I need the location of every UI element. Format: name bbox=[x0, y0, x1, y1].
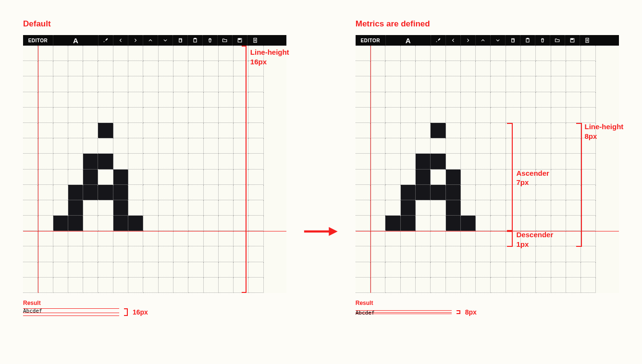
grid-cell[interactable] bbox=[461, 170, 476, 185]
grid-cell[interactable] bbox=[521, 76, 536, 92]
grid-cell[interactable] bbox=[446, 231, 461, 246]
grid-cell[interactable] bbox=[446, 278, 461, 293]
grid-cell[interactable] bbox=[159, 231, 173, 246]
grid-cell[interactable] bbox=[416, 216, 431, 231]
grid-cell[interactable] bbox=[461, 61, 476, 76]
grid-cell[interactable] bbox=[113, 123, 128, 138]
grid-cell[interactable] bbox=[401, 200, 416, 216]
grid-cell[interactable] bbox=[356, 138, 370, 154]
grid-cell[interactable] bbox=[98, 216, 113, 231]
grid-cell[interactable] bbox=[98, 185, 113, 200]
grid-cell[interactable] bbox=[476, 185, 491, 200]
grid-cell[interactable] bbox=[416, 278, 431, 293]
grid-cell[interactable] bbox=[566, 246, 581, 262]
grid-cell[interactable] bbox=[159, 216, 173, 231]
grid-cell[interactable] bbox=[173, 246, 188, 262]
grid-cell[interactable] bbox=[219, 278, 234, 293]
chevron-up-icon[interactable] bbox=[143, 35, 158, 46]
grid-cell[interactable] bbox=[98, 246, 113, 262]
grid-cell[interactable] bbox=[23, 92, 38, 108]
grid-cell[interactable] bbox=[446, 61, 461, 76]
grid-cell[interactable] bbox=[356, 123, 370, 138]
grid-cell[interactable] bbox=[128, 246, 143, 262]
grid-cell[interactable] bbox=[159, 185, 173, 200]
grid-cell[interactable] bbox=[385, 123, 400, 138]
grid-cell[interactable] bbox=[521, 123, 536, 138]
grid-cell[interactable] bbox=[143, 108, 158, 123]
grid-cell[interactable] bbox=[356, 108, 370, 123]
grid-cell[interactable] bbox=[370, 200, 385, 216]
wrench-icon[interactable] bbox=[431, 35, 446, 46]
grid-cell[interactable] bbox=[68, 108, 83, 123]
paste-icon[interactable] bbox=[188, 35, 203, 46]
grid-cell[interactable] bbox=[248, 76, 263, 92]
grid-cell[interactable] bbox=[551, 61, 566, 76]
grid-cell[interactable] bbox=[38, 46, 53, 61]
grid-cell[interactable] bbox=[113, 246, 128, 262]
grid-cell[interactable] bbox=[581, 92, 596, 108]
grid-cell[interactable] bbox=[128, 46, 143, 61]
grid-cell[interactable] bbox=[53, 108, 68, 123]
grid-cell[interactable] bbox=[476, 262, 491, 278]
grid-cell[interactable] bbox=[446, 154, 461, 169]
grid-cell[interactable] bbox=[219, 262, 234, 278]
grid-cell[interactable] bbox=[143, 138, 158, 154]
grid-cell[interactable] bbox=[128, 92, 143, 108]
grid-cell[interactable] bbox=[159, 170, 173, 185]
grid-cell[interactable] bbox=[83, 46, 98, 61]
grid-cell[interactable] bbox=[83, 278, 98, 293]
grid-cell[interactable] bbox=[143, 46, 158, 61]
grid-cell[interactable] bbox=[173, 92, 188, 108]
grid-cell[interactable] bbox=[566, 262, 581, 278]
grid-cell[interactable] bbox=[581, 185, 596, 200]
chevron-left-icon[interactable] bbox=[113, 35, 128, 46]
grid-cell[interactable] bbox=[370, 76, 385, 92]
open-icon[interactable] bbox=[218, 35, 233, 46]
grid-cell[interactable] bbox=[431, 123, 445, 138]
grid-cell[interactable] bbox=[385, 231, 400, 246]
grid-cell[interactable] bbox=[461, 46, 476, 61]
grid-cell[interactable] bbox=[53, 46, 68, 61]
grid-cell[interactable] bbox=[476, 154, 491, 169]
grid-cell[interactable] bbox=[356, 216, 370, 231]
grid-cell[interactable] bbox=[401, 46, 416, 61]
grid-cell[interactable] bbox=[581, 170, 596, 185]
grid-cell[interactable] bbox=[38, 200, 53, 216]
grid-cell[interactable] bbox=[113, 92, 128, 108]
grid-cell[interactable] bbox=[204, 216, 219, 231]
grid-cell[interactable] bbox=[491, 200, 506, 216]
grid-cell[interactable] bbox=[143, 216, 158, 231]
grid-cell[interactable] bbox=[38, 262, 53, 278]
grid-cell[interactable] bbox=[113, 46, 128, 61]
grid-cell[interactable] bbox=[401, 61, 416, 76]
grid-cell[interactable] bbox=[128, 170, 143, 185]
grid-cell[interactable] bbox=[219, 61, 234, 76]
grid-cell[interactable] bbox=[370, 154, 385, 169]
grid-cell[interactable] bbox=[83, 216, 98, 231]
chevron-left-icon[interactable] bbox=[446, 35, 461, 46]
grid-cell[interactable] bbox=[53, 216, 68, 231]
grid-cell[interactable] bbox=[551, 231, 566, 246]
grid-cell[interactable] bbox=[566, 108, 581, 123]
grid-cell[interactable] bbox=[98, 231, 113, 246]
grid-cell[interactable] bbox=[159, 92, 173, 108]
toolbar-current-letter[interactable]: A bbox=[386, 35, 431, 46]
grid-cell[interactable] bbox=[248, 246, 263, 262]
grid-cell[interactable] bbox=[68, 92, 83, 108]
grid-cell[interactable] bbox=[431, 46, 445, 61]
grid-cell[interactable] bbox=[491, 216, 506, 231]
grid-cell[interactable] bbox=[143, 76, 158, 92]
grid-cell[interactable] bbox=[113, 231, 128, 246]
grid-cell[interactable] bbox=[38, 231, 53, 246]
grid-cell[interactable] bbox=[581, 108, 596, 123]
grid-cell[interactable] bbox=[83, 185, 98, 200]
grid-cell[interactable] bbox=[446, 200, 461, 216]
grid-cell[interactable] bbox=[491, 76, 506, 92]
grid-cell[interactable] bbox=[38, 123, 53, 138]
chevron-right-icon[interactable] bbox=[461, 35, 476, 46]
grid-cell[interactable] bbox=[188, 61, 203, 76]
grid-cell[interactable] bbox=[581, 278, 596, 293]
grid-cell[interactable] bbox=[416, 231, 431, 246]
grid-cell[interactable] bbox=[446, 216, 461, 231]
grid-cell[interactable] bbox=[204, 231, 219, 246]
